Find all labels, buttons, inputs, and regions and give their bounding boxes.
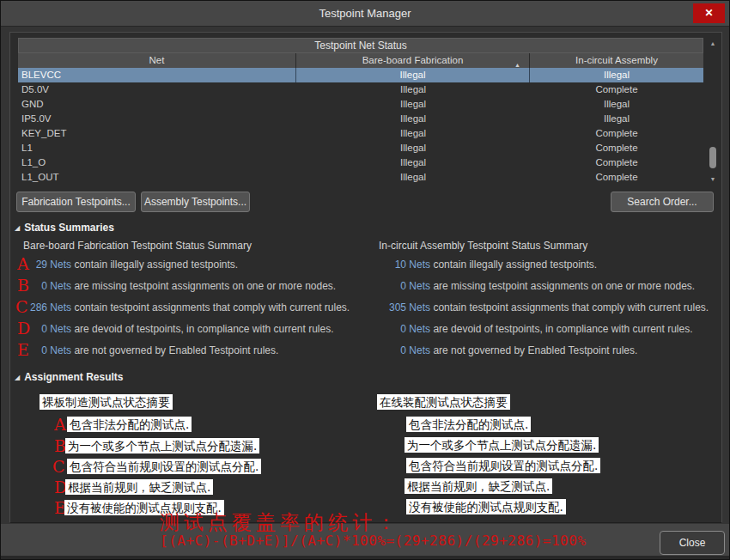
net-count-link[interactable]: 286 xyxy=(28,301,47,313)
nets-link[interactable]: Nets xyxy=(50,301,71,313)
summary-line: 10 Nets contain illegally assigned testp… xyxy=(380,259,597,272)
table-group-header: Testpoint Net Status xyxy=(18,38,703,53)
summary-line: 0 Nets are not governed by Enabled Testp… xyxy=(380,344,637,358)
summary-line: 0 Nets are devoid of testpoints, in comp… xyxy=(28,323,334,337)
fabrication-cell: Illegal xyxy=(296,68,530,82)
column-header-fabrication[interactable]: Bare-board Fabrication ▲ xyxy=(296,53,530,68)
assembly-cell: Complete xyxy=(530,155,703,170)
close-icon[interactable]: ✕ xyxy=(693,3,725,23)
assembly-cell: Illegal xyxy=(530,97,703,112)
nets-link[interactable]: Nets xyxy=(409,259,430,271)
net-count-link[interactable]: 29 xyxy=(28,259,47,271)
annotation-letter-c: C xyxy=(15,299,28,315)
summary-text: are not governed by Enabled Testpoint ru… xyxy=(74,344,278,356)
summary-line: 286 Nets contain testpoint assignments t… xyxy=(28,301,350,315)
column-header-assembly[interactable]: In-circuit Assembly xyxy=(530,53,703,68)
net-cell: GND xyxy=(18,97,296,112)
annotation-text: 为一个或多个节点上测试点分配遗漏. xyxy=(65,438,259,453)
table-row[interactable]: GND Illegal Illegal xyxy=(18,97,703,112)
annotation-letter-b: B xyxy=(17,277,29,294)
annotation-text: 根据当前规则，缺乏测试点. xyxy=(65,479,213,495)
table-row[interactable]: BLEVCC Illegal Illegal xyxy=(18,68,703,82)
table-column-headers: Net Bare-board Fabrication ▲ In-circuit … xyxy=(18,53,703,68)
table-scrollbar[interactable]: ▲ ▼ xyxy=(706,38,720,185)
net-count-link[interactable]: 0 xyxy=(28,323,47,335)
scrollbar-thumb[interactable] xyxy=(709,147,716,168)
summary-text: are devoid of testpoints, in compliance … xyxy=(433,323,692,335)
table-row[interactable]: L1_O Illegal Complete xyxy=(18,155,703,170)
net-cell: L1_OUT xyxy=(18,170,296,185)
nets-link[interactable]: Nets xyxy=(409,323,430,335)
summary-text: contain illegally assigned testpoints. xyxy=(74,259,238,271)
coverage-annotation-formula: [(A+C)-(B+D+E)]/(A+C)*100%=(29+286)/(29+… xyxy=(160,533,587,549)
summary-line: 0 Nets are missing testpoint assignments… xyxy=(380,280,695,294)
nets-link[interactable]: Nets xyxy=(50,280,71,292)
summary-line: 0 Nets are devoid of testpoints, in comp… xyxy=(380,323,693,337)
bareboard-summary-title: Bare-board Fabrication Testpoint Status … xyxy=(23,240,252,252)
nets-link[interactable]: Nets xyxy=(409,344,430,356)
scroll-down-icon[interactable]: ▼ xyxy=(706,173,720,185)
annotation-text: 为一个或多个节点上测试点分配遗漏. xyxy=(405,437,599,453)
summary-text: contain illegally assigned testpoints. xyxy=(433,259,597,271)
scroll-up-icon[interactable]: ▲ xyxy=(706,38,720,49)
table-row[interactable]: KEY_DET Illegal Complete xyxy=(18,126,703,141)
collapse-triangle-icon: ◢ xyxy=(15,224,20,232)
fabrication-testpoints-button[interactable]: Fabrication Testpoints... xyxy=(16,192,136,212)
incircuit-summary-title: In-circuit Assembly Testpoint Status Sum… xyxy=(379,240,587,252)
summary-line: 305 Nets contain testpoint assignments t… xyxy=(380,301,709,315)
close-button[interactable]: Close xyxy=(660,531,725,555)
collapse-triangle-icon: ◢ xyxy=(15,374,20,381)
net-count-link[interactable]: 0 xyxy=(380,280,406,292)
annotation-text: 包含符合当前规则设置的测试点分配. xyxy=(67,459,261,474)
nets-link[interactable]: Nets xyxy=(409,301,430,313)
search-order-button[interactable]: Search Order... xyxy=(611,192,714,212)
net-count-link[interactable]: 305 xyxy=(380,301,406,313)
section-label: Status Summaries xyxy=(24,222,114,234)
summary-text: are missing testpoint assignments on one… xyxy=(433,280,695,292)
section-status-summaries[interactable]: ◢Status Summaries xyxy=(15,222,114,234)
annotation-left-header: 裸板制造测试点状态摘要 xyxy=(40,394,173,410)
nets-link[interactable]: Nets xyxy=(409,280,430,292)
table-row[interactable]: L1 Illegal Complete xyxy=(18,141,703,155)
net-count-link[interactable]: 0 xyxy=(380,323,406,335)
assembly-cell: Complete xyxy=(530,141,703,155)
net-count-link[interactable]: 0 xyxy=(28,280,47,292)
annotation-right-header: 在线装配测试点状态摘要 xyxy=(377,394,510,410)
nets-link[interactable]: Nets xyxy=(50,259,71,271)
column-header-net[interactable]: Net xyxy=(18,53,296,68)
nets-link[interactable]: Nets xyxy=(50,323,71,335)
annotation-letter-b: B xyxy=(54,438,66,454)
assembly-testpoints-button[interactable]: Assembly Testpoints... xyxy=(141,192,250,212)
summary-line: 0 Nets are not governed by Enabled Testp… xyxy=(28,344,278,358)
fabrication-cell: Illegal xyxy=(296,97,530,112)
section-assignment-results[interactable]: ◢Assignment Results xyxy=(15,371,124,383)
fabrication-cell: Illegal xyxy=(296,126,530,141)
summary-text: contain testpoint assignments that compl… xyxy=(74,301,350,313)
nets-link[interactable]: Nets xyxy=(50,344,71,356)
section-label: Assignment Results xyxy=(24,371,123,383)
annotation-text: 没有被使能的测试点规则支配. xyxy=(406,499,566,514)
net-cell: L1_O xyxy=(18,155,296,170)
annotation-letter-e: E xyxy=(17,342,29,358)
summary-text: are missing testpoint assignments on one… xyxy=(74,280,336,292)
net-count-link[interactable]: 10 xyxy=(380,259,406,271)
annotation-letter-a: A xyxy=(54,417,66,433)
table-row[interactable]: IP5.0V Illegal Illegal xyxy=(18,112,703,126)
net-cell: D5.0V xyxy=(18,82,296,97)
annotation-letter-c: C xyxy=(52,459,65,475)
fabrication-cell: Illegal xyxy=(296,141,530,155)
table-row[interactable]: D5.0V Illegal Complete xyxy=(18,82,703,97)
net-count-link[interactable]: 0 xyxy=(28,344,47,356)
table-row[interactable]: L1_OUT Illegal Complete xyxy=(18,170,703,185)
column-header-fab-label: Bare-board Fabrication xyxy=(362,55,464,65)
assembly-cell: Complete xyxy=(530,170,703,185)
annotation-text: 包含非法分配的测试点. xyxy=(406,417,531,432)
annotation-text: 根据当前规则，缺乏测试点. xyxy=(405,478,552,494)
assembly-cell: Complete xyxy=(530,126,703,141)
annotation-text: 包含符合当前规则设置的测试点分配. xyxy=(406,458,600,473)
assembly-cell: Illegal xyxy=(530,68,703,82)
annotation-letter-a: A xyxy=(17,256,29,272)
testpoint-manager-dialog: Testpoint Manager ✕ Testpoint Net Status… xyxy=(0,0,730,560)
net-count-link[interactable]: 0 xyxy=(380,344,406,356)
net-cell: L1 xyxy=(18,141,296,155)
